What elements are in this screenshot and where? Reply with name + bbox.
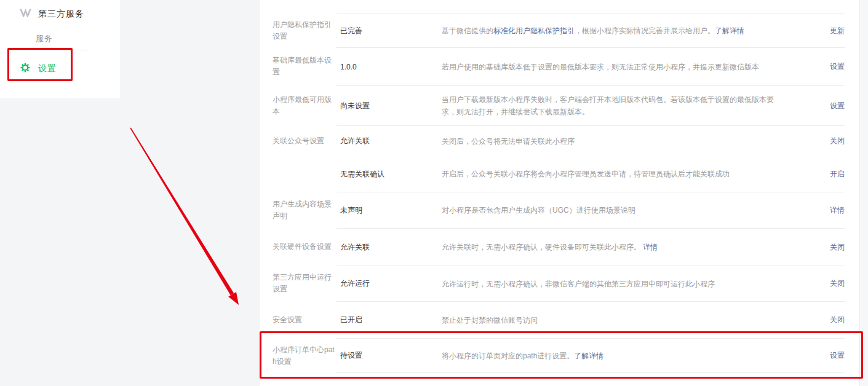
row-description: 当用户下载最新版本小程序失败时，客户端会打开本地旧版本代码包。若该版本低于设置的… xyxy=(442,93,786,118)
sidebar-divider xyxy=(7,50,88,50)
row-label: 用户隐私保护指引设置 xyxy=(273,14,336,47)
table-row: 小程序订单中心path设置待设置将小程序的订单页对应的path进行设置。了解详情… xyxy=(273,338,845,373)
row-label xyxy=(273,156,336,192)
table-row: 用户生成内容场景声明未声明对小程序是否包含用户生成内容（UGC）进行使用场景说明… xyxy=(273,192,845,228)
row-value: 无需关联确认 xyxy=(336,169,442,179)
table-row: 安全设置已开启禁止处于封禁的微信账号访问关闭 xyxy=(273,301,845,338)
description-text: 开启后，公众号关联小程序将会向小程序管理员发送申请，待管理员确认后才能关联成功 xyxy=(442,170,730,178)
inline-link[interactable]: 详情 xyxy=(643,243,658,251)
row-value: 允许关联 xyxy=(336,136,442,146)
row-action: 开启 xyxy=(830,169,845,179)
settings-table: 用户隐私保护指引设置已完善基于微信提供的标准化用户隐私保护指引，根据小程序实际情… xyxy=(260,14,859,373)
row-description: 若用户使用的基础库版本低于设置的最低版本要求，则无法正常使用小程序，并提示更新微… xyxy=(442,61,759,73)
row-description: 开启后，公众号关联小程序将会向小程序管理员发送申请，待管理员确认后才能关联成功 xyxy=(442,168,730,180)
settings-panel: 用户隐私保护指引设置已完善基于微信提供的标准化用户隐私保护指引，根据小程序实际情… xyxy=(260,0,859,386)
row-description: 允许运行时，无需小程序确认，非微信客户端的其他第三方应用中即可运行此小程序 xyxy=(442,278,715,290)
row-label: 基础库最低版本设置 xyxy=(273,47,336,85)
row-description: 将小程序的订单页对应的path进行设置。了解详情 xyxy=(442,350,603,362)
row-action-link[interactable]: 设置 xyxy=(830,62,845,71)
row-action: 关闭 xyxy=(830,278,845,289)
description-text: 允许运行时，无需小程序确认，非微信客户端的其他第三方应用中即可运行此小程序 xyxy=(442,280,715,288)
annotation-arrow xyxy=(123,122,246,312)
row-content: 已完善基于微信提供的标准化用户隐私保护指引，根据小程序实际情况完善并展示给用户。… xyxy=(336,14,845,47)
table-row: 关联公众号设置允许关联关闭后，公众号将无法申请关联此小程序关闭 xyxy=(273,125,845,156)
row-content: 尚未设置当用户下载最新版本小程序失败时，客户端会打开本地旧版本代码包。若该版本低… xyxy=(336,85,845,125)
description-text: ，根据小程序实际情况完善并展示给用户。 xyxy=(575,26,715,35)
row-value: 已开启 xyxy=(336,315,442,325)
row-value: 允许运行 xyxy=(336,278,442,289)
row-value: 允许关联 xyxy=(336,242,442,253)
sidebar: 第三方服务 服务 xyxy=(0,0,121,98)
table-row: 小程序最低可用版本尚未设置当用户下载最新版本小程序失败时，客户端会打开本地旧版本… xyxy=(273,85,845,125)
description-text: 基于微信提供的 xyxy=(442,26,493,35)
row-action-link[interactable]: 关闭 xyxy=(830,243,845,251)
row-value: 未声明 xyxy=(336,205,442,216)
description-text: 关闭后，公众号将无法申请关联此小程序 xyxy=(442,137,575,146)
scrollbar-gutter[interactable] xyxy=(859,0,868,386)
description-text: 若用户使用的基础库版本低于设置的最低版本要求，则无法正常使用小程序，并提示更新微… xyxy=(442,63,759,71)
row-description: 对小程序是否包含用户生成内容（UGC）进行使用场景说明 xyxy=(442,204,635,216)
row-value: 已完善 xyxy=(336,26,442,36)
row-action: 详情 xyxy=(830,205,845,216)
sidebar-item-label: 设置 xyxy=(38,63,57,74)
row-action: 关闭 xyxy=(830,136,845,146)
app-title: 第三方服务 xyxy=(38,9,84,20)
row-label: 小程序最低可用版本 xyxy=(273,85,336,125)
row-content: 允许关联允许关联时，无需小程序确认，硬件设备即可关联此小程序。 详情关闭 xyxy=(336,228,845,266)
row-content: 允许关联关闭后，公众号将无法申请关联此小程序关闭 xyxy=(336,125,845,156)
row-action-link[interactable]: 关闭 xyxy=(830,315,845,324)
row-label: 关联公众号设置 xyxy=(273,125,336,156)
row-action-link[interactable]: 关闭 xyxy=(830,136,845,145)
row-action: 关闭 xyxy=(830,315,845,325)
description-text: 允许关联时，无需小程序确认，硬件设备即可关联此小程序。 xyxy=(442,243,643,251)
row-label: 小程序订单中心path设置 xyxy=(273,338,336,373)
table-row: 基础库最低版本设置1.0.0若用户使用的基础库版本低于设置的最低版本要求，则无法… xyxy=(273,47,845,85)
inline-link[interactable]: 了解详情 xyxy=(715,26,744,35)
row-action: 设置 xyxy=(830,350,845,361)
table-row: 关联硬件设备设置允许关联允许关联时，无需小程序确认，硬件设备即可关联此小程序。 … xyxy=(273,228,845,266)
row-action: 设置 xyxy=(830,61,845,72)
row-action: 设置 xyxy=(830,101,845,111)
row-label: 第三方应用中运行设置 xyxy=(273,266,336,301)
row-label: 安全设置 xyxy=(273,301,336,338)
inline-link[interactable]: 标准化用户隐私保护指引 xyxy=(493,26,575,35)
gear-icon xyxy=(20,63,30,74)
row-value: 待设置 xyxy=(336,350,442,361)
row-action-link[interactable]: 关闭 xyxy=(830,279,845,288)
row-value: 1.0.0 xyxy=(336,63,442,71)
sidebar-section-label: 服务 xyxy=(36,33,121,44)
row-value: 尚未设置 xyxy=(336,101,442,111)
page: 第三方服务 服务 xyxy=(0,0,868,386)
row-label: 用户生成内容场景声明 xyxy=(273,192,336,228)
row-action-link[interactable]: 开启 xyxy=(830,170,845,178)
sidebar-header: 第三方服务 xyxy=(0,0,121,20)
row-description: 关闭后，公众号将无法申请关联此小程序 xyxy=(442,135,575,148)
description-text: 禁止处于封禁的微信账号访问 xyxy=(442,316,538,325)
row-content: 已开启禁止处于封禁的微信账号访问关闭 xyxy=(336,301,845,338)
row-content: 待设置将小程序的订单页对应的path进行设置。了解详情设置 xyxy=(336,338,845,373)
third-party-platform-logo-icon xyxy=(20,8,31,20)
table-row: 第三方应用中运行设置允许运行允许运行时，无需小程序确认，非微信客户端的其他第三方… xyxy=(273,266,845,301)
inline-link[interactable]: 了解详情 xyxy=(574,352,603,360)
table-row: 无需关联确认开启后，公众号关联小程序将会向小程序管理员发送申请，待管理员确认后才… xyxy=(273,156,845,192)
table-row: 用户隐私保护指引设置已完善基于微信提供的标准化用户隐私保护指引，根据小程序实际情… xyxy=(273,14,845,47)
sidebar-item-settings[interactable]: 设置 xyxy=(20,63,121,74)
row-action: 更新 xyxy=(830,26,845,36)
row-action-link[interactable]: 设置 xyxy=(830,351,845,360)
row-label: 关联硬件设备设置 xyxy=(273,228,336,266)
row-action-link[interactable]: 详情 xyxy=(830,206,845,215)
description-text: 对小程序是否包含用户生成内容（UGC）进行使用场景说明 xyxy=(442,206,635,215)
row-action-link[interactable]: 设置 xyxy=(830,101,845,110)
row-content: 允许运行允许运行时，无需小程序确认，非微信客户端的其他第三方应用中即可运行此小程… xyxy=(336,266,845,301)
row-content: 未声明对小程序是否包含用户生成内容（UGC）进行使用场景说明详情 xyxy=(336,192,845,228)
row-action-link[interactable]: 更新 xyxy=(830,26,845,35)
description-text: 将小程序的订单页对应的path进行设置。 xyxy=(442,352,574,360)
row-description: 禁止处于封禁的微信账号访问 xyxy=(442,314,538,326)
row-content: 1.0.0若用户使用的基础库版本低于设置的最低版本要求，则无法正常使用小程序，并… xyxy=(336,47,845,85)
row-content: 无需关联确认开启后，公众号关联小程序将会向小程序管理员发送申请，待管理员确认后才… xyxy=(336,156,845,192)
description-text: 当用户下载最新版本小程序失败时，客户端会打开本地旧版本代码包。若该版本低于设置的… xyxy=(442,95,774,116)
row-action: 关闭 xyxy=(830,242,845,253)
row-description: 允许关联时，无需小程序确认，硬件设备即可关联此小程序。 详情 xyxy=(442,241,658,253)
row-description: 基于微信提供的标准化用户隐私保护指引，根据小程序实际情况完善并展示给用户。了解详… xyxy=(442,25,744,37)
